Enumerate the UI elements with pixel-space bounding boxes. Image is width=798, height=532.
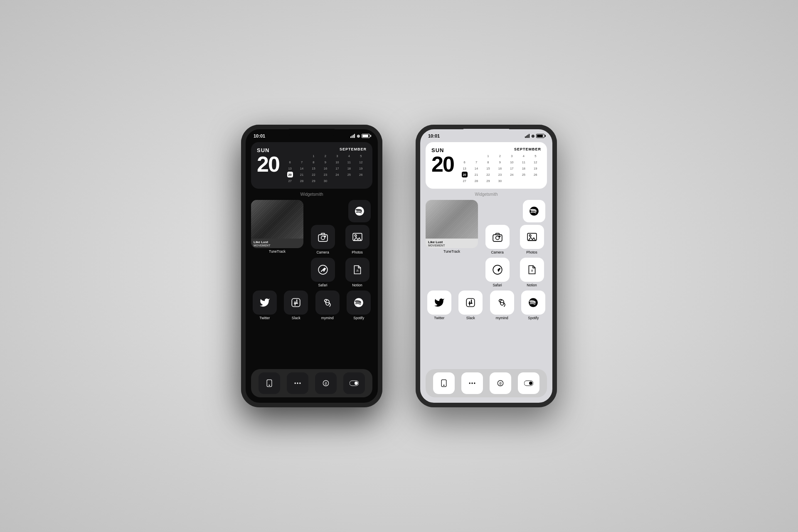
spotify-bottom-label-dark: Spotify <box>353 316 364 320</box>
tunetrack-info-light: Like Lust MOVEMENT <box>426 239 478 248</box>
safari-wrapper-dark: Safari <box>308 258 338 287</box>
notion-icon-dark[interactable]: n <box>345 258 369 282</box>
svg-rect-8 <box>292 298 300 307</box>
camera-photos-pair-light: Camera Photos <box>482 225 547 254</box>
battery-fill-dark <box>362 135 368 137</box>
dock-phone-light[interactable] <box>433 372 455 394</box>
spotify-bottom-wrapper-dark: Spotify <box>345 291 373 320</box>
camera-label-light: Camera <box>491 250 503 254</box>
mymind-icon-light[interactable] <box>490 291 514 315</box>
twitter-icon-light[interactable] <box>427 291 451 315</box>
dock-mail-light[interactable]: @ <box>490 372 511 394</box>
spotify-bottom-wrapper-light: Spotify <box>520 291 547 320</box>
mymind-icon-dark[interactable] <box>315 291 340 315</box>
svg-rect-21 <box>499 236 500 237</box>
dark-phone: 10:01 ⊛ SUN 20 SEPTEMBER <box>241 125 382 407</box>
screen-content-light: SUN 20 SEPTEMBER 1 2 3 4 5 6 7 <box>420 140 553 403</box>
tunetrack-img-light <box>426 200 478 239</box>
tunetrack-icon-dark[interactable]: Like Lust MOVEMENT <box>251 200 303 248</box>
dock-toggle-light[interactable] <box>518 372 539 394</box>
photos-icon-dark[interactable] <box>345 225 369 249</box>
safari-icon-light[interactable] <box>485 258 510 282</box>
safari-icon-dark[interactable] <box>311 258 335 282</box>
svg-point-14 <box>299 382 300 384</box>
cal-day-num-dark: 20 <box>257 153 279 175</box>
camera-photos-pair-dark: Camera Photos <box>308 225 372 254</box>
twitter-label-light: Twitter <box>434 316 444 320</box>
mymind-label-dark: mymind <box>321 316 334 320</box>
app-row1-dark: Like Lust MOVEMENT TuneTrack <box>251 200 372 254</box>
svg-point-13 <box>297 382 298 384</box>
camera-wrapper-dark: Camera <box>308 225 338 254</box>
app-row3-light: Twitter Slack <box>426 291 547 320</box>
svg-point-30 <box>443 385 444 386</box>
spotify-top-light <box>523 200 547 222</box>
safari-label-light: Safari <box>493 283 502 287</box>
cal-day-num-light: 20 <box>431 153 454 175</box>
photos-label-light: Photos <box>526 250 537 254</box>
spotify-bottom-label-light: Spotify <box>528 316 539 320</box>
time-dark: 10:01 <box>254 133 265 138</box>
spotify-bottom-icon-dark[interactable] <box>347 291 371 315</box>
twitter-wrapper-dark: Twitter <box>251 291 278 320</box>
safari-wrapper-light: Safari <box>482 258 512 287</box>
calendar-widget-light[interactable]: SUN 20 SEPTEMBER 1 2 3 4 5 6 7 <box>426 142 547 189</box>
camera-icon-light[interactable] <box>485 225 510 249</box>
mymind-wrapper-light: mymind <box>488 291 516 320</box>
svg-point-18 <box>355 382 358 385</box>
tunetrack-subtitle-light: MOVEMENT <box>428 244 475 247</box>
cal-month-dark: SEPTEMBER <box>284 147 367 151</box>
battery-light <box>536 134 544 138</box>
svg-point-22 <box>529 235 531 236</box>
dock-dark: @ <box>251 369 372 397</box>
dock-phone-dark[interactable] <box>259 372 280 394</box>
cal-grid-light: 1 2 3 4 5 6 7 8 9 10 11 12 13 14 <box>459 153 541 184</box>
dock-toggle-dark[interactable] <box>343 372 365 394</box>
twitter-icon-dark[interactable] <box>253 291 277 315</box>
safari-label-dark: Safari <box>318 283 327 287</box>
slack-label-light: Slack <box>466 316 475 320</box>
calendar-widget-dark[interactable]: SUN 20 SEPTEMBER 1 2 3 4 5 6 7 <box>251 142 372 189</box>
dock-mail-dark[interactable]: @ <box>315 372 337 394</box>
wifi-icon-light: ⊛ <box>531 134 534 138</box>
dock-dots-light[interactable] <box>461 372 483 394</box>
screen-content-dark: SUN 20 SEPTEMBER 1 2 3 4 5 6 7 <box>245 140 378 403</box>
row1-right-dark: Camera Photos <box>308 200 372 254</box>
signal-icon-light <box>525 134 530 138</box>
slack-icon-light[interactable] <box>458 291 483 315</box>
svg-point-31 <box>469 382 470 384</box>
tunetrack-label-dark: TuneTrack <box>269 249 286 254</box>
mymind-label-light: mymind <box>496 316 508 320</box>
app-row1-light: Like Lust MOVEMENT TuneTrack <box>426 200 547 254</box>
status-icons-dark: ⊛ <box>350 134 370 138</box>
notion-label-dark: Notion <box>352 283 362 287</box>
cal-grid-dark: 1 2 3 4 5 6 7 8 9 10 11 12 13 14 <box>284 153 367 184</box>
photos-wrapper-light: Photos <box>517 225 547 254</box>
spotify-icon-dark[interactable] <box>348 200 371 222</box>
phone-screen-dark: 10:01 ⊛ SUN 20 SEPTEMBER <box>245 129 378 403</box>
svg-point-3 <box>355 235 356 236</box>
tunetrack-wrapper-light: Like Lust MOVEMENT TuneTrack <box>426 200 478 254</box>
svg-text:@: @ <box>325 381 327 385</box>
row1-right-light: Camera Photos <box>482 200 547 254</box>
tunetrack-icon-light[interactable]: Like Lust MOVEMENT <box>426 200 478 248</box>
notion-icon-light[interactable]: n <box>520 258 544 282</box>
tunetrack-title-dark: Like Lust <box>254 240 301 244</box>
svg-point-12 <box>295 382 296 384</box>
tunetrack-info-dark: Like Lust MOVEMENT <box>251 239 303 248</box>
photos-wrapper-dark: Photos <box>342 225 372 254</box>
camera-icon-dark[interactable] <box>311 225 335 249</box>
slack-wrapper-dark: Slack <box>283 291 310 320</box>
slack-icon-dark[interactable] <box>284 291 308 315</box>
svg-point-37 <box>529 382 532 385</box>
signal-icon-dark <box>350 134 355 138</box>
time-light: 10:01 <box>428 133 440 138</box>
svg-text:n: n <box>531 268 533 273</box>
app-row2-dark: Safari n Notion <box>251 258 372 287</box>
photos-icon-light[interactable] <box>520 225 544 249</box>
spotify-icon-light[interactable] <box>523 200 545 222</box>
svg-point-33 <box>474 382 475 384</box>
dock-dots-dark[interactable] <box>287 372 308 394</box>
spotify-bottom-icon-light[interactable] <box>521 291 545 315</box>
slack-wrapper-light: Slack <box>457 291 485 320</box>
